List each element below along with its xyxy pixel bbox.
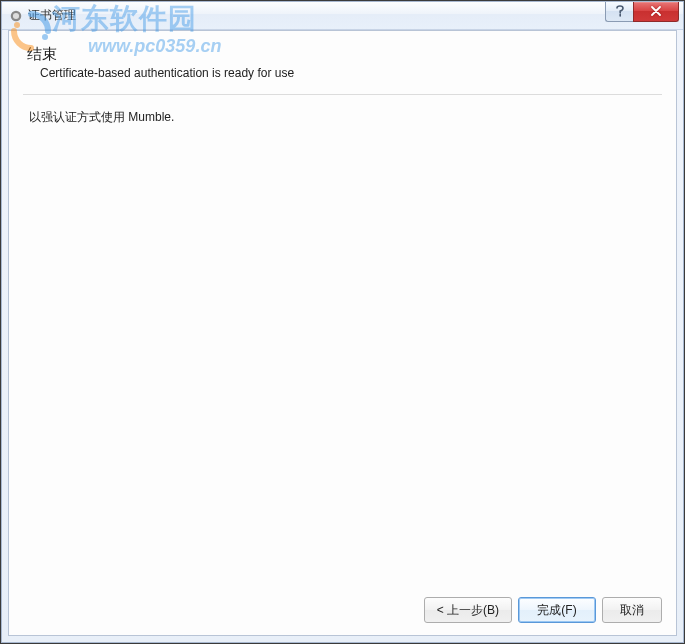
close-icon bbox=[650, 6, 662, 18]
back-button[interactable]: < 上一步(B) bbox=[424, 597, 512, 623]
wizard-client-area: 结束 Certificate-based authentication is r… bbox=[8, 30, 677, 636]
wizard-header-title: 结束 bbox=[27, 45, 658, 64]
wizard-header: 结束 Certificate-based authentication is r… bbox=[23, 45, 662, 90]
titlebar[interactable]: 证书管理 bbox=[2, 2, 683, 30]
titlebar-buttons bbox=[605, 2, 679, 22]
dialog-window: 证书管理 结束 Certificate-based authentication… bbox=[1, 1, 684, 643]
header-divider bbox=[23, 94, 662, 95]
cancel-button[interactable]: 取消 bbox=[602, 597, 662, 623]
help-icon bbox=[615, 5, 625, 19]
wizard-body-text: 以强认证方式使用 Mumble. bbox=[29, 109, 656, 126]
wizard-header-subtitle: Certificate-based authentication is read… bbox=[27, 66, 658, 80]
wizard-body: 以强认证方式使用 Mumble. bbox=[23, 109, 662, 589]
wizard-button-row: < 上一步(B) 完成(F) 取消 bbox=[23, 589, 662, 623]
svg-point-1 bbox=[13, 12, 19, 18]
help-button[interactable] bbox=[605, 2, 633, 22]
close-button[interactable] bbox=[633, 2, 679, 22]
finish-button[interactable]: 完成(F) bbox=[518, 597, 596, 623]
app-icon bbox=[8, 8, 24, 24]
window-title: 证书管理 bbox=[28, 7, 681, 24]
